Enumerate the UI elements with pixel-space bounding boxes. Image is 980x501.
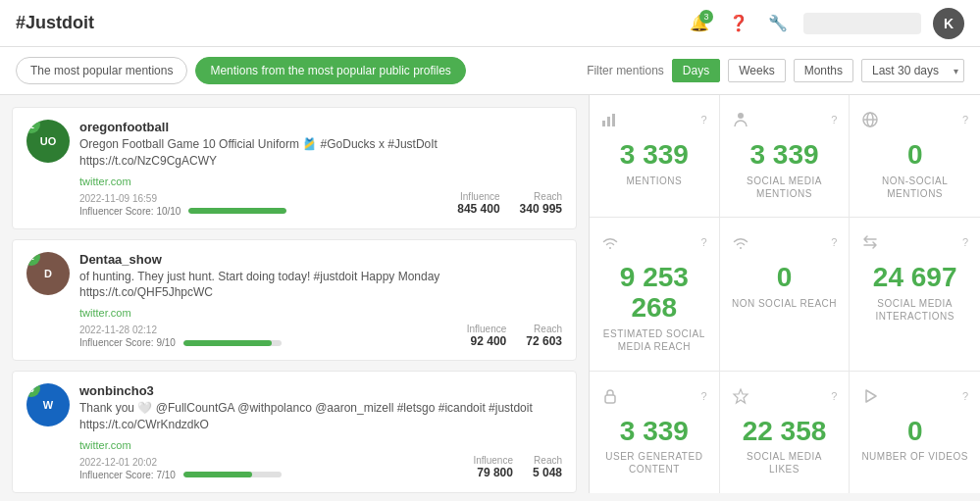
- search-input[interactable]: [803, 13, 921, 34]
- help-icon[interactable]: ❓: [725, 10, 752, 37]
- help-icon-interactions[interactable]: ?: [962, 236, 968, 248]
- metric-label-mentions: MENTIONS: [626, 175, 682, 187]
- tabs-bar: The most popular mentions Mentions from …: [0, 47, 980, 95]
- metric-label-interactions: SOCIAL MEDIA INTERACTIONS: [861, 297, 968, 323]
- metric-icon-ugc: ?: [601, 387, 707, 405]
- influence-stat: Influence 79 800: [473, 455, 513, 479]
- social-icon: [732, 111, 749, 128]
- help-icon-ugc[interactable]: ?: [701, 390, 707, 402]
- tab-popular-profiles[interactable]: Mentions from the most popular public pr…: [195, 57, 465, 84]
- post-text: of hunting. They just hunt. Start doing …: [79, 269, 562, 302]
- metric-icon-likes: ?: [732, 387, 838, 405]
- post-content: oregonfootball Oregon Football Game 10 O…: [79, 120, 562, 217]
- post-score-bar: Influencer Score: 7/10: [79, 470, 282, 480]
- help-icon-social[interactable]: ?: [831, 114, 837, 125]
- svg-marker-8: [734, 389, 748, 403]
- influence-stat: Influence 92 400: [467, 324, 507, 348]
- score-bar: [183, 472, 282, 477]
- date-range-wrapper[interactable]: Last 30 days: [861, 59, 964, 82]
- metric-value-mentions: 3 339: [620, 140, 689, 171]
- post-avatar: 1 UO: [26, 120, 70, 163]
- metric-value-videos: 0: [907, 417, 923, 447]
- score-fill: [183, 472, 252, 477]
- post-text: Thank you 🤍 @FullCountGA @withpolanco @a…: [79, 400, 562, 433]
- metric-social-reach: ? 9 253 268 ESTIMATED SOCIAL MEDIA REACH: [590, 218, 720, 371]
- metric-value-nonsocial: 0: [907, 140, 923, 171]
- metric-value-ugc: 3 339: [620, 417, 689, 447]
- help-icon-videos[interactable]: ?: [962, 390, 968, 402]
- avatar[interactable]: K: [933, 8, 964, 39]
- metric-label-likes: SOCIAL MEDIA LIKES: [732, 450, 838, 476]
- interactions-icon: [861, 233, 879, 251]
- svg-point-3: [738, 113, 744, 119]
- score-bar: [188, 208, 286, 214]
- metric-icon-non-social-reach: ?: [732, 233, 838, 251]
- help-icon-non-social-reach[interactable]: ?: [831, 236, 837, 248]
- main-layout: 1 UO oregonfootball Oregon Football Game…: [0, 95, 980, 493]
- wifi-icon: [601, 233, 619, 251]
- post-source[interactable]: twitter.com: [79, 439, 562, 451]
- right-panel: ? 3 339 MENTIONS ? 3 339 SOCIAL MEDIA ME…: [589, 95, 980, 493]
- score-bar: [183, 340, 282, 346]
- post-text: Oregon Football Game 10 Official Uniform…: [79, 136, 562, 170]
- help-icon-reach[interactable]: ?: [701, 236, 707, 248]
- play-icon: [861, 387, 879, 405]
- post-username: oregonfootball: [79, 120, 562, 134]
- page-title: #Justdoit: [16, 13, 94, 33]
- post-date: 2022-11-09 16:59: [79, 193, 286, 204]
- svg-rect-0: [602, 121, 605, 126]
- metric-value-social: 3 339: [749, 140, 818, 171]
- metric-non-social: ? 0 NON-SOCIAL MENTIONS: [850, 95, 980, 218]
- influence-stat: Influence 845 400: [457, 191, 499, 216]
- metric-likes: ? 22 358 SOCIAL MEDIA LIKES: [720, 372, 851, 493]
- post-stats: Influence 92 400 Reach 72 603: [467, 324, 562, 348]
- metric-label-ugc: USER GENERATED CONTENT: [601, 450, 707, 476]
- svg-rect-1: [607, 117, 610, 126]
- metric-label-social: SOCIAL MEDIA MENTIONS: [732, 175, 838, 200]
- help-icon-mentions[interactable]: ?: [701, 114, 707, 125]
- list-item: 1 UO oregonfootball Oregon Football Game…: [12, 107, 577, 229]
- score-fill: [188, 208, 286, 214]
- post-score-bar: Influencer Score: 10/10: [79, 206, 286, 217]
- metric-value-non-social-reach: 0: [777, 263, 793, 293]
- metric-value-likes: 22 358: [743, 417, 827, 447]
- metric-label-reach: ESTIMATED SOCIAL MEDIA REACH: [601, 327, 707, 353]
- metric-icon-mentions: ?: [601, 111, 707, 128]
- period-months-button[interactable]: Months: [794, 59, 853, 82]
- post-score-bar: Influencer Score: 9/10: [79, 337, 282, 348]
- post-rank: 3: [26, 383, 40, 397]
- post-source[interactable]: twitter.com: [79, 175, 562, 187]
- metric-icon-videos: ?: [861, 387, 968, 405]
- reach-stat: Reach 340 995: [520, 191, 562, 216]
- metric-icon-nonsocial: ?: [861, 111, 968, 128]
- post-source[interactable]: twitter.com: [79, 307, 562, 319]
- score-fill: [183, 340, 272, 346]
- post-username: wonbincho3: [79, 383, 562, 398]
- help-icon-likes[interactable]: ?: [831, 390, 837, 402]
- period-weeks-button[interactable]: Weeks: [728, 59, 785, 82]
- period-days-button[interactable]: Days: [672, 59, 720, 82]
- tab-popular-mentions[interactable]: The most popular mentions: [16, 57, 187, 84]
- metric-mentions: ? 3 339 MENTIONS: [590, 95, 720, 218]
- metric-label-videos: NUMBER OF VIDEOS: [861, 450, 968, 463]
- notifications-badge: 3: [699, 10, 713, 24]
- notifications-icon[interactable]: 🔔 3: [686, 10, 713, 37]
- settings-icon[interactable]: 🔧: [764, 10, 792, 37]
- date-range-select[interactable]: Last 30 days: [861, 59, 964, 82]
- header-right: 🔔 3 ❓ 🔧 K: [686, 8, 964, 39]
- score-label: Influencer Score: 9/10: [79, 337, 176, 348]
- post-avatar: 3 W: [26, 383, 70, 426]
- post-content: Dentaa_show of hunting. They just hunt. …: [79, 252, 562, 349]
- reach-stat: Reach 72 603: [526, 324, 562, 348]
- metric-icon-interactions: ?: [861, 233, 968, 251]
- bar-chart-icon: [601, 111, 619, 128]
- post-stats: Influence 79 800 Reach 5 048: [473, 455, 562, 479]
- post-rank: 1: [26, 120, 40, 133]
- svg-rect-7: [605, 395, 615, 403]
- metric-label-nonsocial: NON-SOCIAL MENTIONS: [861, 175, 968, 200]
- metric-icon-reach: ?: [601, 233, 707, 251]
- help-icon-nonsocial[interactable]: ?: [962, 114, 968, 125]
- metric-interactions: ? 24 697 SOCIAL MEDIA INTERACTIONS: [850, 218, 980, 371]
- left-panel: 1 UO oregonfootball Oregon Football Game…: [0, 95, 589, 493]
- score-label: Influencer Score: 7/10: [79, 470, 176, 480]
